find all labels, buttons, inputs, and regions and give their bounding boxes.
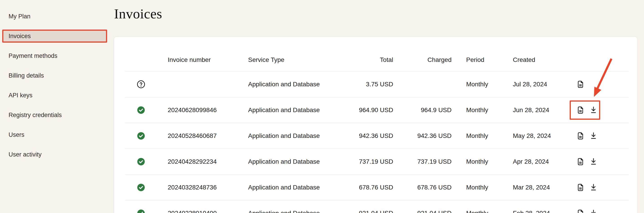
invoices-table: Invoice number Service Type Total Charge… xyxy=(114,36,638,213)
status-cell xyxy=(125,157,168,166)
check-circle-icon xyxy=(137,183,145,192)
sidebar-item-label: Registry credentials xyxy=(8,112,62,119)
period-value: Monthly xyxy=(452,106,513,114)
download-invoice-icon[interactable] xyxy=(589,157,598,166)
invoice-table-row: 20240628099846 Application and Database … xyxy=(125,97,629,123)
created-value: Jul 28, 2024 xyxy=(513,81,575,88)
invoice-number-value: 20240328248736 xyxy=(168,184,248,191)
invoice-document-icon[interactable] xyxy=(576,209,585,213)
download-invoice-icon[interactable] xyxy=(589,106,598,115)
invoice-document-icon[interactable] xyxy=(576,80,585,89)
service-type-header: Service Type xyxy=(248,56,349,63)
actions-cell xyxy=(575,157,629,166)
service-type-value: Application and Database xyxy=(248,184,349,191)
service-type-value: Application and Database xyxy=(248,132,349,139)
invoice-document-icon[interactable] xyxy=(576,157,585,166)
sidebar-item-my-plan[interactable]: My Plan xyxy=(2,10,107,23)
service-type-value: Application and Database xyxy=(248,158,349,165)
invoice-number-value: 20240628099846 xyxy=(168,106,248,114)
period-value: Monthly xyxy=(452,132,513,139)
service-type-value: Application and Database xyxy=(248,106,349,114)
status-cell xyxy=(125,209,168,213)
invoice-number-header: Invoice number xyxy=(168,56,248,63)
sidebar-item-api-keys[interactable]: API keys xyxy=(2,89,107,102)
status-cell xyxy=(125,106,168,114)
actions-cell xyxy=(575,209,629,213)
charged-header: Charged xyxy=(393,56,452,63)
page-title: Invoices xyxy=(114,6,162,22)
download-invoice-icon[interactable] xyxy=(589,131,598,140)
sidebar-item-label: User activity xyxy=(8,151,42,158)
invoice-document-icon[interactable] xyxy=(576,183,585,192)
total-value: 3.75 USD xyxy=(349,81,393,88)
invoice-document-icon[interactable] xyxy=(576,106,585,115)
status-cell xyxy=(125,132,168,140)
download-invoice-icon[interactable] xyxy=(589,183,598,192)
charged-value: 964.9 USD xyxy=(393,106,452,114)
sidebar-item-billing-details[interactable]: Billing details xyxy=(2,69,107,82)
invoice-table-row: 20240428292234 Application and Database … xyxy=(125,149,629,175)
sidebar-item-label: Payment methods xyxy=(8,52,58,59)
charged-value: 921.04 USD xyxy=(393,210,452,213)
charged-value: 737.19 USD xyxy=(393,158,452,165)
sidebar-item-label: Users xyxy=(8,131,24,138)
sidebar-item-label: Invoices xyxy=(8,33,31,40)
sidebar-item-users[interactable]: Users xyxy=(2,128,107,141)
charged-value: 678.76 USD xyxy=(393,184,452,191)
period-header: Period xyxy=(452,56,513,63)
created-value: Apr 28, 2024 xyxy=(513,158,575,165)
sidebar-item-invoices[interactable]: Invoices xyxy=(2,30,107,43)
question-circle-icon xyxy=(137,80,145,89)
total-value: 964.90 USD xyxy=(349,106,393,114)
created-value: May 28, 2024 xyxy=(513,132,575,139)
total-value: 678.76 USD xyxy=(349,184,393,191)
actions-cell xyxy=(575,183,629,192)
invoice-table-row: 20240328248736 Application and Database … xyxy=(125,175,629,201)
invoice-table-row: Application and Database 3.75 USD Monthl… xyxy=(125,71,629,97)
invoice-document-icon[interactable] xyxy=(576,131,585,140)
created-value: Jun 28, 2024 xyxy=(513,106,575,114)
total-header: Total xyxy=(349,56,393,63)
table-header-row: Invoice number Service Type Total Charge… xyxy=(125,36,629,71)
invoice-number-value: 20240528460687 xyxy=(168,132,248,139)
check-circle-icon xyxy=(137,209,145,213)
download-invoice-icon[interactable] xyxy=(589,209,598,213)
invoice-table-row: 20240228010400 Application and Database … xyxy=(125,201,629,213)
period-value: Monthly xyxy=(452,184,513,191)
period-value: Monthly xyxy=(452,210,513,213)
total-value: 921.04 USD xyxy=(349,210,393,213)
invoice-number-value: 20240228010400 xyxy=(168,210,248,213)
total-value: 942.36 USD xyxy=(349,132,393,139)
actions-cell xyxy=(575,80,629,89)
invoice-table-row: 20240528460687 Application and Database … xyxy=(125,123,629,149)
status-cell xyxy=(125,80,168,89)
actions-cell xyxy=(575,131,629,140)
invoice-number-value: 20240428292234 xyxy=(168,158,248,165)
check-circle-icon xyxy=(137,157,145,166)
check-circle-icon xyxy=(137,132,145,140)
actions-cell xyxy=(575,106,629,115)
service-type-value: Application and Database xyxy=(248,210,349,213)
sidebar-item-label: Billing details xyxy=(8,72,44,79)
invoices-card: Invoice number Service Type Total Charge… xyxy=(114,36,638,213)
charged-value: 942.36 USD xyxy=(393,132,452,139)
total-value: 737.19 USD xyxy=(349,158,393,165)
sidebar-item-label: My Plan xyxy=(8,13,30,20)
period-value: Monthly xyxy=(452,158,513,165)
sidebar-item-user-activity[interactable]: User activity xyxy=(2,148,107,161)
sidebar-item-payment-methods[interactable]: Payment methods xyxy=(2,49,107,62)
created-header: Created xyxy=(513,56,575,63)
billing-sidebar: My Plan Invoices Payment methods Billing… xyxy=(0,0,114,213)
status-cell xyxy=(125,183,168,192)
table-body: Application and Database 3.75 USD Monthl… xyxy=(125,71,629,213)
check-circle-icon xyxy=(137,106,145,114)
created-value: Feb 28, 2024 xyxy=(513,210,575,213)
sidebar-item-label: API keys xyxy=(8,92,32,99)
sidebar-item-registry-credentials[interactable]: Registry credentials xyxy=(2,109,107,122)
created-value: Mar 28, 2024 xyxy=(513,184,575,191)
service-type-value: Application and Database xyxy=(248,81,349,88)
period-value: Monthly xyxy=(452,81,513,88)
